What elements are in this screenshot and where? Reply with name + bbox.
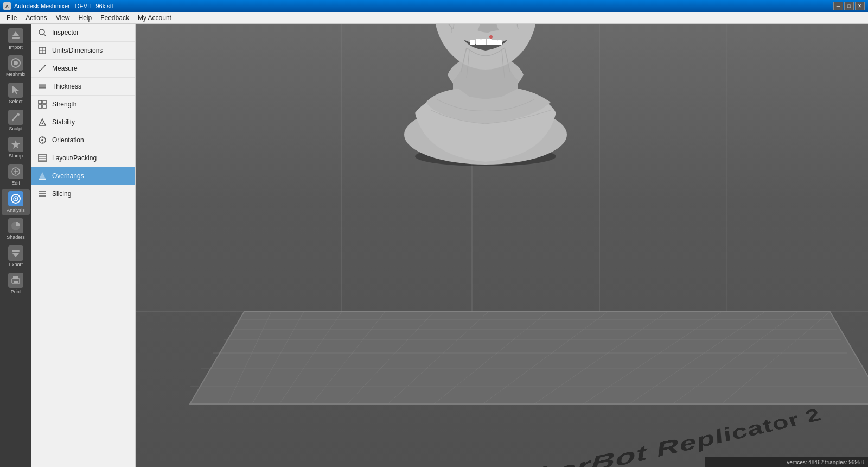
statusbar-text: vertices: 48462 triangles: 96958 — [787, 459, 864, 465]
svg-rect-15 — [12, 250, 20, 252]
thickness-icon — [37, 81, 48, 92]
menu-feedback[interactable]: Feedback — [96, 13, 133, 23]
select-label: Select — [9, 99, 22, 104]
menu-view[interactable]: View — [52, 13, 74, 23]
tool-sculpt[interactable]: Sculpt — [2, 108, 30, 134]
strength-label: Strength — [52, 100, 76, 108]
inspector-label: Inspector — [52, 29, 79, 36]
inspector-icon — [37, 27, 48, 38]
analysis-measure[interactable]: Measure — [31, 60, 135, 78]
layout-label: Layout/Packing — [52, 154, 97, 162]
tool-stamp[interactable]: Stamp — [2, 135, 30, 161]
svg-rect-19 — [14, 281, 18, 283]
maximize-button[interactable]: □ — [844, 2, 854, 10]
svg-point-6 — [17, 113, 20, 116]
svg-rect-0 — [12, 37, 20, 39]
layout-icon — [37, 153, 48, 163]
tool-export[interactable]: Export — [2, 243, 30, 269]
svg-point-13 — [15, 198, 17, 200]
edit-label: Edit — [11, 180, 20, 186]
svg-line-25 — [39, 65, 46, 72]
analysis-label: Analysis — [7, 207, 25, 213]
minimize-button[interactable]: ─ — [833, 2, 843, 10]
edit-icon — [8, 164, 23, 179]
select-icon — [8, 83, 23, 98]
menu-help[interactable]: Help — [74, 13, 97, 23]
analysis-units[interactable]: Units/Dimensions — [31, 42, 135, 60]
3d-viewport[interactable]: MakerBot Replicator 2 vertices: 48462 tr… — [136, 24, 868, 467]
menubar: File Actions View Help Feedback My Accou… — [0, 12, 868, 24]
measure-icon — [37, 63, 48, 74]
thickness-label: Thickness — [52, 83, 81, 90]
stability-label: Stability — [52, 118, 75, 126]
svg-marker-45 — [39, 172, 46, 180]
tool-analysis[interactable]: Analysis — [2, 189, 30, 215]
tool-select[interactable]: Select — [2, 80, 30, 106]
main-area: Import Meshmix Select Sculpt Stamp — [0, 24, 868, 467]
export-icon — [8, 245, 23, 261]
menu-file[interactable]: File — [2, 13, 21, 23]
analysis-strength[interactable]: Strength — [31, 96, 135, 113]
orientation-icon — [37, 135, 48, 146]
menu-account[interactable]: My Account — [133, 13, 176, 23]
units-icon — [37, 45, 48, 56]
svg-point-36 — [42, 123, 43, 124]
svg-point-89 — [489, 35, 493, 39]
app-logo: A — [3, 2, 11, 10]
sculpt-icon — [8, 110, 23, 125]
stability-icon — [37, 117, 48, 128]
titlebar-left: A Autodesk Meshmixer - DEVIL_96k.stl — [3, 2, 113, 10]
meshmix-label: Meshmix — [6, 72, 25, 77]
tool-sidebar: Import Meshmix Select Sculpt Stamp — [0, 24, 31, 467]
analysis-orientation[interactable]: Orientation — [31, 131, 135, 149]
analysis-stability[interactable]: Stability — [31, 113, 135, 131]
svg-line-21 — [44, 34, 46, 36]
analysis-icon — [8, 191, 23, 206]
menu-actions[interactable]: Actions — [21, 13, 51, 23]
shaders-icon — [8, 218, 23, 234]
analysis-layout[interactable]: Layout/Packing — [31, 149, 135, 167]
analysis-thickness[interactable]: Thickness — [31, 78, 135, 96]
titlebar: A Autodesk Meshmixer - DEVIL_96k.stl ─ □… — [0, 0, 868, 12]
slicing-label: Slicing — [52, 190, 71, 198]
analysis-inspector[interactable]: Inspector — [31, 24, 135, 42]
slicing-icon — [37, 188, 48, 199]
titlebar-controls[interactable]: ─ □ ✕ — [833, 2, 865, 10]
tool-print[interactable]: Print — [2, 270, 30, 296]
measure-label: Measure — [52, 65, 78, 72]
strength-icon — [37, 99, 48, 110]
window-title: Autodesk Meshmixer - DEVIL_96k.stl — [14, 3, 113, 9]
stamp-label: Stamp — [9, 153, 23, 159]
analysis-slicing[interactable]: Slicing — [31, 185, 135, 203]
stamp-icon — [8, 137, 23, 152]
svg-rect-84 — [476, 39, 481, 45]
print-label: Print — [11, 289, 21, 294]
tool-edit[interactable]: Edit — [2, 162, 30, 188]
svg-marker-7 — [11, 140, 20, 149]
close-button[interactable]: ✕ — [855, 2, 865, 10]
svg-marker-16 — [12, 253, 19, 257]
analysis-overhangs[interactable]: Overhangs — [31, 167, 135, 185]
svg-marker-4 — [12, 86, 19, 94]
meshmix-icon — [8, 55, 23, 71]
svg-rect-85 — [481, 39, 486, 45]
tool-meshmix[interactable]: Meshmix — [2, 53, 30, 79]
tool-shaders[interactable]: Shaders — [2, 216, 30, 242]
svg-rect-86 — [487, 39, 492, 45]
svg-marker-35 — [39, 119, 46, 125]
units-label: Units/Dimensions — [52, 47, 103, 54]
svg-rect-83 — [470, 40, 475, 45]
orientation-label: Orientation — [52, 136, 84, 144]
shaders-label: Shaders — [7, 235, 25, 240]
svg-rect-88 — [497, 40, 502, 45]
svg-rect-31 — [39, 100, 42, 104]
svg-point-38 — [41, 139, 43, 141]
svg-rect-87 — [492, 40, 497, 45]
svg-rect-28 — [39, 85, 46, 88]
tool-import[interactable]: Import — [2, 26, 30, 52]
sculpt-label: Sculpt — [9, 126, 22, 131]
svg-point-20 — [39, 29, 44, 35]
export-label: Export — [9, 262, 23, 267]
devil-model — [382, 24, 589, 167]
overhangs-icon — [37, 171, 48, 181]
